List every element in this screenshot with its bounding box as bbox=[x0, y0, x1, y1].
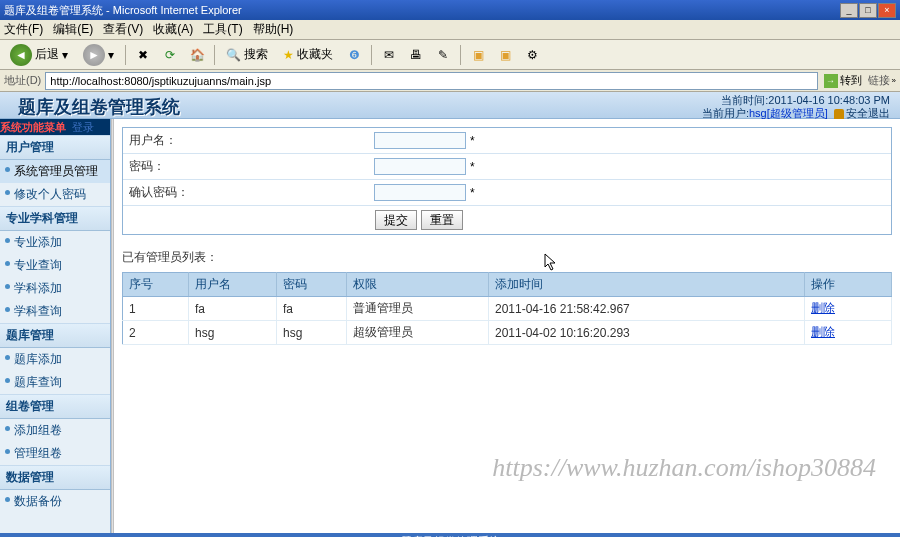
current-user[interactable]: hsg bbox=[749, 107, 767, 119]
tool-icon[interactable]: ⚙ bbox=[520, 43, 544, 67]
table-header: 用户名 bbox=[189, 273, 277, 297]
sidebar-item[interactable]: 添加组卷 bbox=[0, 419, 110, 442]
confirm-password-input[interactable] bbox=[374, 184, 466, 201]
sidebar-item-label: 专业查询 bbox=[14, 258, 62, 272]
table-header: 操作 bbox=[805, 273, 892, 297]
sidebar-item-label: 学科添加 bbox=[14, 281, 62, 295]
address-input[interactable] bbox=[45, 72, 817, 90]
table-cell: 2 bbox=[123, 321, 189, 345]
menu-favorites[interactable]: 收藏(A) bbox=[153, 21, 193, 38]
sidebar-group-head: 组卷管理 bbox=[0, 394, 110, 419]
table-cell: 1 bbox=[123, 297, 189, 321]
toolbar: ◄ 后退 ▾ ► ▾ ✖ ⟳ 🏠 🔍 搜索 ★ 收藏夹 ❻ ✉ 🖶 ✎ ▣ ▣ … bbox=[0, 40, 900, 70]
header-right: 当前时间:2011-04-16 10:48:03 PM 当前用户:hsg[超级管… bbox=[702, 94, 890, 120]
username-label: 用户名： bbox=[123, 128, 368, 153]
user-role[interactable]: [超级管理员] bbox=[767, 107, 828, 119]
sidebar-item-label: 添加组卷 bbox=[14, 423, 62, 437]
window-titlebar: 题库及组卷管理系统 - Microsoft Internet Explorer … bbox=[0, 0, 900, 20]
sidebar-item[interactable]: 专业添加 bbox=[0, 231, 110, 254]
sidebar-item[interactable]: 学科查询 bbox=[0, 300, 110, 323]
refresh-icon[interactable]: ⟳ bbox=[158, 43, 182, 67]
go-icon: → bbox=[824, 74, 838, 88]
back-button[interactable]: ◄ 后退 ▾ bbox=[4, 42, 74, 68]
sidebar-item[interactable]: 专业查询 bbox=[0, 254, 110, 277]
username-input[interactable] bbox=[374, 132, 466, 149]
logout-link[interactable]: 安全退出 bbox=[846, 107, 890, 119]
chevron-down-icon: ▾ bbox=[108, 48, 114, 62]
chevron-right-icon: » bbox=[892, 76, 896, 85]
address-label: 地址(D) bbox=[4, 73, 41, 88]
sidebar-group-head: 题库管理 bbox=[0, 323, 110, 348]
required-star: * bbox=[470, 134, 475, 148]
menu-tools[interactable]: 工具(T) bbox=[203, 21, 242, 38]
table-cell: fa bbox=[189, 297, 277, 321]
app-header: 题库及组卷管理系统 当前时间:2011-04-16 10:48:03 PM 当前… bbox=[0, 92, 900, 119]
password-label: 密码： bbox=[123, 154, 368, 179]
go-button[interactable]: → 转到 bbox=[824, 73, 862, 88]
list-title: 已有管理员列表： bbox=[122, 249, 892, 266]
print-icon[interactable]: 🖶 bbox=[404, 43, 428, 67]
minimize-button[interactable]: _ bbox=[840, 3, 858, 18]
admin-form: 用户名： * 密码： * 确认密码： * 提交 重置 bbox=[122, 127, 892, 235]
submit-button[interactable]: 提交 bbox=[375, 210, 417, 230]
sidebar-item[interactable]: 题库添加 bbox=[0, 348, 110, 371]
sidebar-item[interactable]: 学科添加 bbox=[0, 277, 110, 300]
menu-edit[interactable]: 编辑(E) bbox=[53, 21, 93, 38]
table-cell: 2011-04-16 21:58:42.967 bbox=[489, 297, 805, 321]
links-label[interactable]: 链接 bbox=[868, 73, 890, 88]
sys-func-login[interactable]: 登录 bbox=[72, 121, 94, 133]
close-button[interactable]: × bbox=[878, 3, 896, 18]
sidebar-item-label: 题库查询 bbox=[14, 375, 62, 389]
lock-icon bbox=[834, 109, 844, 119]
star-icon: ★ bbox=[283, 48, 294, 62]
required-star: * bbox=[470, 186, 475, 200]
home-icon[interactable]: 🏠 bbox=[185, 43, 209, 67]
menu-help[interactable]: 帮助(H) bbox=[253, 21, 294, 38]
back-icon: ◄ bbox=[10, 44, 32, 66]
chevron-down-icon: ▾ bbox=[62, 48, 68, 62]
admin-table: 序号用户名密码权限添加时间操作 1fafa普通管理员2011-04-16 21:… bbox=[122, 272, 892, 345]
table-row: 2hsghsg超级管理员2011-04-02 10:16:20.293删除 bbox=[123, 321, 892, 345]
sidebar-item[interactable]: 修改个人密码 bbox=[0, 183, 110, 206]
mail-icon[interactable]: ✉ bbox=[377, 43, 401, 67]
sidebar-item-label: 管理组卷 bbox=[14, 446, 62, 460]
password-input[interactable] bbox=[374, 158, 466, 175]
history-icon[interactable]: ❻ bbox=[342, 43, 366, 67]
favorites-label: 收藏夹 bbox=[297, 46, 333, 63]
maximize-button[interactable]: □ bbox=[859, 3, 877, 18]
folder-icon[interactable]: ▣ bbox=[466, 43, 490, 67]
sidebar-item-label: 专业添加 bbox=[14, 235, 62, 249]
sidebar-group-head: 用户管理 bbox=[0, 135, 110, 160]
separator bbox=[371, 45, 372, 65]
search-icon: 🔍 bbox=[226, 48, 241, 62]
sidebar-group-head: 数据管理 bbox=[0, 465, 110, 490]
search-button[interactable]: 🔍 搜索 bbox=[220, 44, 274, 65]
sidebar-item-label: 学科查询 bbox=[14, 304, 62, 318]
app-footer: 题库及组卷管理系统 bbox=[0, 533, 900, 537]
favorites-button[interactable]: ★ 收藏夹 bbox=[277, 44, 339, 65]
confirm-password-label: 确认密码： bbox=[123, 180, 368, 205]
sidebar-item-label: 数据备份 bbox=[14, 494, 62, 508]
menu-view[interactable]: 查看(V) bbox=[103, 21, 143, 38]
delete-link[interactable]: 删除 bbox=[811, 325, 835, 339]
user-label: 当前用户: bbox=[702, 107, 749, 119]
sidebar-item[interactable]: 管理组卷 bbox=[0, 442, 110, 465]
reset-button[interactable]: 重置 bbox=[421, 210, 463, 230]
time-value: 2011-04-16 10:48:03 PM bbox=[768, 94, 890, 106]
forward-button[interactable]: ► ▾ bbox=[77, 42, 120, 68]
sidebar-item[interactable]: 题库查询 bbox=[0, 371, 110, 394]
table-cell: hsg bbox=[189, 321, 277, 345]
content-row: 系统功能菜单登录 用户管理系统管理员管理修改个人密码专业学科管理专业添加专业查询… bbox=[0, 119, 900, 533]
table-header: 权限 bbox=[347, 273, 489, 297]
menubar: 文件(F) 编辑(E) 查看(V) 收藏(A) 工具(T) 帮助(H) bbox=[0, 20, 900, 40]
sidebar-item[interactable]: 系统管理员管理 bbox=[0, 160, 110, 183]
folder-icon[interactable]: ▣ bbox=[493, 43, 517, 67]
sidebar-item[interactable]: 数据备份 bbox=[0, 490, 110, 513]
stop-icon[interactable]: ✖ bbox=[131, 43, 155, 67]
forward-icon: ► bbox=[83, 44, 105, 66]
watermark: https://www.huzhan.com/ishop30884 bbox=[492, 453, 876, 483]
delete-link[interactable]: 删除 bbox=[811, 301, 835, 315]
menu-file[interactable]: 文件(F) bbox=[4, 21, 43, 38]
sys-func-label: 系统功能菜单 bbox=[0, 121, 66, 133]
edit-icon[interactable]: ✎ bbox=[431, 43, 455, 67]
